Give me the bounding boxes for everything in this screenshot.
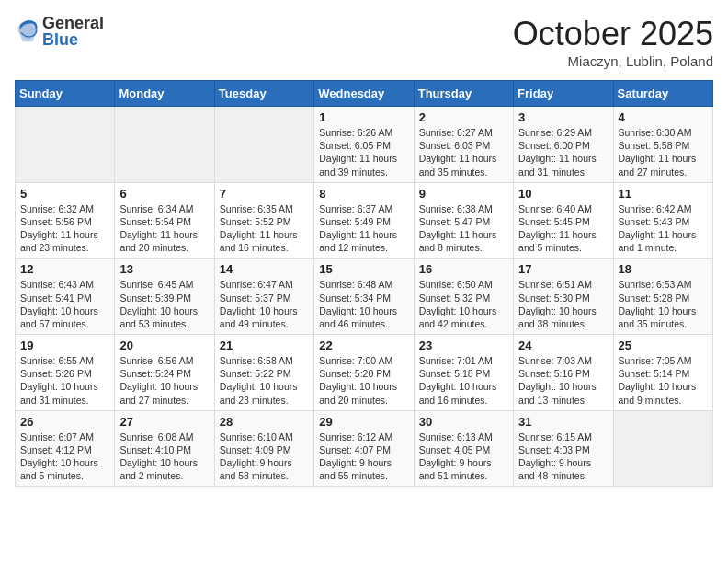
day-info: Sunrise: 6:50 AM Sunset: 5:32 PM Dayligh…	[419, 278, 508, 330]
weekday-header-thursday: Thursday	[414, 81, 513, 107]
calendar-cell: 3Sunrise: 6:29 AM Sunset: 6:00 PM Daylig…	[514, 107, 613, 183]
day-info: Sunrise: 7:00 AM Sunset: 5:20 PM Dayligh…	[319, 354, 408, 407]
day-number: 15	[319, 262, 408, 276]
weekday-header-tuesday: Tuesday	[214, 81, 313, 107]
day-info: Sunrise: 7:03 AM Sunset: 5:16 PM Dayligh…	[518, 354, 608, 407]
calendar-week-3: 12Sunrise: 6:43 AM Sunset: 5:41 PM Dayli…	[16, 259, 713, 335]
calendar-cell: 5Sunrise: 6:32 AM Sunset: 5:56 PM Daylig…	[16, 182, 115, 259]
day-number: 24	[518, 339, 608, 352]
weekday-header-saturday: Saturday	[613, 81, 712, 107]
calendar-cell: 30Sunrise: 6:13 AM Sunset: 4:05 PM Dayli…	[414, 410, 513, 487]
day-info: Sunrise: 6:37 AM Sunset: 5:49 PM Dayligh…	[319, 202, 408, 255]
day-info: Sunrise: 6:56 AM Sunset: 5:24 PM Dayligh…	[119, 354, 209, 407]
day-info: Sunrise: 6:26 AM Sunset: 6:05 PM Dayligh…	[319, 126, 408, 178]
calendar-cell: 25Sunrise: 7:05 AM Sunset: 5:14 PM Dayli…	[613, 335, 712, 411]
day-number: 12	[20, 262, 109, 276]
logo-text: General Blue	[42, 15, 104, 48]
day-number: 11	[619, 187, 708, 201]
day-info: Sunrise: 6:32 AM Sunset: 5:56 PM Dayligh…	[20, 202, 109, 255]
day-number: 8	[319, 187, 408, 201]
calendar-cell	[613, 410, 712, 487]
day-number: 28	[220, 415, 309, 429]
day-info: Sunrise: 7:05 AM Sunset: 5:14 PM Dayligh…	[619, 354, 708, 407]
calendar-cell	[115, 107, 214, 183]
calendar-week-4: 19Sunrise: 6:55 AM Sunset: 5:26 PM Dayli…	[16, 335, 713, 411]
calendar-cell: 14Sunrise: 6:47 AM Sunset: 5:37 PM Dayli…	[214, 259, 313, 335]
calendar-cell: 26Sunrise: 6:07 AM Sunset: 4:12 PM Dayli…	[16, 410, 115, 487]
day-info: Sunrise: 6:42 AM Sunset: 5:43 PM Dayligh…	[619, 202, 708, 255]
calendar-cell: 20Sunrise: 6:56 AM Sunset: 5:24 PM Dayli…	[115, 335, 214, 411]
day-info: Sunrise: 6:38 AM Sunset: 5:47 PM Dayligh…	[419, 202, 508, 255]
calendar-cell: 16Sunrise: 6:50 AM Sunset: 5:32 PM Dayli…	[414, 259, 513, 335]
weekday-header-row: SundayMondayTuesdayWednesdayThursdayFrid…	[16, 81, 713, 107]
calendar-cell: 2Sunrise: 6:27 AM Sunset: 6:03 PM Daylig…	[414, 107, 513, 183]
day-number: 26	[20, 415, 109, 429]
day-number: 4	[619, 110, 708, 124]
logo-blue: Blue	[42, 31, 104, 48]
day-number: 20	[119, 339, 209, 352]
calendar-cell: 23Sunrise: 7:01 AM Sunset: 5:18 PM Dayli…	[414, 335, 513, 411]
calendar-cell: 27Sunrise: 6:08 AM Sunset: 4:10 PM Dayli…	[115, 410, 214, 487]
calendar-cell: 31Sunrise: 6:15 AM Sunset: 4:03 PM Dayli…	[514, 410, 613, 487]
day-info: Sunrise: 6:07 AM Sunset: 4:12 PM Dayligh…	[20, 431, 109, 483]
day-info: Sunrise: 6:40 AM Sunset: 5:45 PM Dayligh…	[518, 202, 608, 255]
day-number: 6	[119, 187, 209, 201]
logo-icon	[15, 18, 40, 44]
day-info: Sunrise: 6:35 AM Sunset: 5:52 PM Dayligh…	[220, 202, 309, 255]
day-info: Sunrise: 6:58 AM Sunset: 5:22 PM Dayligh…	[220, 354, 309, 407]
day-info: Sunrise: 7:01 AM Sunset: 5:18 PM Dayligh…	[419, 354, 508, 407]
day-info: Sunrise: 6:29 AM Sunset: 6:00 PM Dayligh…	[518, 126, 608, 178]
day-number: 17	[518, 262, 608, 276]
calendar-cell: 21Sunrise: 6:58 AM Sunset: 5:22 PM Dayli…	[214, 335, 313, 411]
calendar-cell: 1Sunrise: 6:26 AM Sunset: 6:05 PM Daylig…	[314, 107, 414, 183]
day-number: 22	[319, 339, 408, 352]
day-number: 16	[419, 262, 508, 276]
day-number: 1	[319, 110, 408, 124]
day-number: 2	[419, 110, 508, 124]
day-number: 31	[518, 415, 608, 429]
day-number: 23	[419, 339, 508, 352]
weekday-header-sunday: Sunday	[16, 81, 115, 107]
day-info: Sunrise: 6:43 AM Sunset: 5:41 PM Dayligh…	[20, 278, 109, 330]
day-number: 25	[619, 339, 708, 352]
day-info: Sunrise: 6:12 AM Sunset: 4:07 PM Dayligh…	[319, 431, 408, 483]
calendar-cell: 17Sunrise: 6:51 AM Sunset: 5:30 PM Dayli…	[514, 259, 613, 335]
day-info: Sunrise: 6:13 AM Sunset: 4:05 PM Dayligh…	[419, 431, 508, 483]
day-info: Sunrise: 6:48 AM Sunset: 5:34 PM Dayligh…	[319, 278, 408, 330]
calendar-cell: 24Sunrise: 7:03 AM Sunset: 5:16 PM Dayli…	[514, 335, 613, 411]
calendar-week-2: 5Sunrise: 6:32 AM Sunset: 5:56 PM Daylig…	[16, 182, 713, 259]
calendar-cell: 6Sunrise: 6:34 AM Sunset: 5:54 PM Daylig…	[115, 182, 214, 259]
calendar-cell: 10Sunrise: 6:40 AM Sunset: 5:45 PM Dayli…	[514, 182, 613, 259]
calendar-cell	[214, 107, 313, 183]
day-number: 27	[119, 415, 209, 429]
calendar-cell: 9Sunrise: 6:38 AM Sunset: 5:47 PM Daylig…	[414, 182, 513, 259]
calendar-week-5: 26Sunrise: 6:07 AM Sunset: 4:12 PM Dayli…	[16, 410, 713, 487]
calendar-cell: 18Sunrise: 6:53 AM Sunset: 5:28 PM Dayli…	[613, 259, 712, 335]
day-info: Sunrise: 6:53 AM Sunset: 5:28 PM Dayligh…	[619, 278, 708, 330]
day-info: Sunrise: 6:27 AM Sunset: 6:03 PM Dayligh…	[419, 126, 508, 178]
day-info: Sunrise: 6:30 AM Sunset: 5:58 PM Dayligh…	[619, 126, 708, 178]
weekday-header-monday: Monday	[115, 81, 214, 107]
calendar-cell: 11Sunrise: 6:42 AM Sunset: 5:43 PM Dayli…	[613, 182, 712, 259]
calendar-cell: 8Sunrise: 6:37 AM Sunset: 5:49 PM Daylig…	[314, 182, 414, 259]
calendar-cell: 4Sunrise: 6:30 AM Sunset: 5:58 PM Daylig…	[613, 107, 712, 183]
day-number: 7	[220, 187, 309, 201]
day-number: 5	[20, 187, 109, 201]
day-info: Sunrise: 6:15 AM Sunset: 4:03 PM Dayligh…	[518, 431, 608, 483]
location: Miaczyn, Lublin, Poland	[513, 53, 713, 69]
day-number: 21	[220, 339, 309, 352]
day-number: 30	[419, 415, 508, 429]
calendar-cell: 15Sunrise: 6:48 AM Sunset: 5:34 PM Dayli…	[314, 259, 414, 335]
weekday-header-friday: Friday	[514, 81, 613, 107]
page-header: General Blue October 2025 Miaczyn, Lubli…	[15, 15, 713, 69]
calendar-cell: 28Sunrise: 6:10 AM Sunset: 4:09 PM Dayli…	[214, 410, 313, 487]
day-info: Sunrise: 6:45 AM Sunset: 5:39 PM Dayligh…	[119, 278, 209, 330]
day-number: 29	[319, 415, 408, 429]
day-number: 18	[619, 262, 708, 276]
day-number: 13	[119, 262, 209, 276]
logo-general: General	[42, 15, 104, 31]
day-info: Sunrise: 6:47 AM Sunset: 5:37 PM Dayligh…	[220, 278, 309, 330]
calendar-cell: 29Sunrise: 6:12 AM Sunset: 4:07 PM Dayli…	[314, 410, 414, 487]
calendar-cell: 12Sunrise: 6:43 AM Sunset: 5:41 PM Dayli…	[16, 259, 115, 335]
day-number: 19	[20, 339, 109, 352]
